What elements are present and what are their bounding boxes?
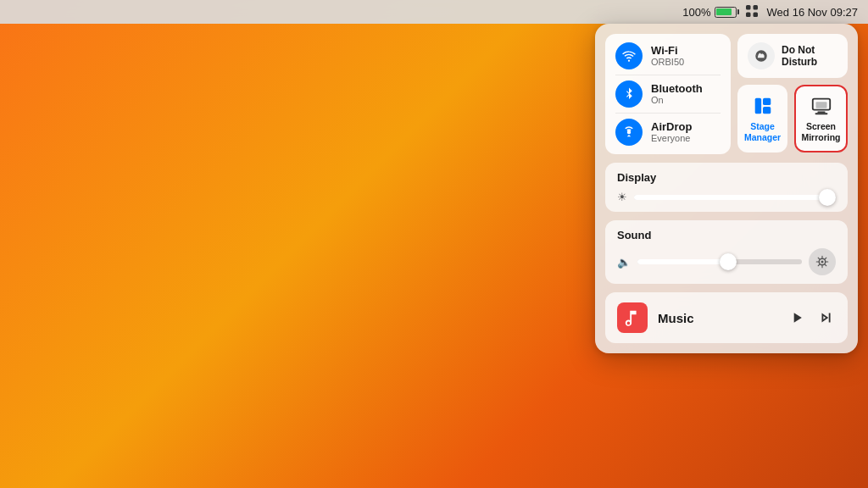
music-controls [788,308,836,327]
airdrop-text: AirDrop Everyone [651,120,692,145]
sound-panel: Sound 🔈 [605,220,848,284]
music-skip-button[interactable] [817,308,836,327]
brightness-low-icon: ☀ [617,191,627,203]
volume-slider[interactable] [637,259,802,264]
music-play-button[interactable] [788,309,805,326]
right-panels: Do Not Disturb Stage Manager [737,34,848,154]
display-panel: Display ☀ [605,163,848,212]
screen-mirroring-button[interactable]: Screen Mirroring [794,85,848,152]
display-slider-row: ☀ [617,191,836,203]
bottom-icon-row: Stage Manager Screen Mirroring [737,85,848,152]
dnd-label: Do Not Disturb [782,44,837,69]
control-center: Wi-Fi ORBI50 Bluetooth On [595,24,858,353]
screen-mirroring-label: Screen Mirroring [801,121,841,142]
svg-rect-7 [763,107,771,114]
sound-output-button[interactable] [809,248,836,275]
svg-rect-5 [754,98,760,114]
display-label: Display [617,171,836,184]
brightness-slider[interactable] [634,195,836,200]
battery-indicator: 100% [682,6,736,19]
bluetooth-title: Bluetooth [651,82,703,96]
bluetooth-item[interactable]: Bluetooth On [615,75,721,108]
bluetooth-text: Bluetooth On [651,82,703,107]
menubar: 100% Wed 16 Nov 09:27 [0,0,868,24]
svg-rect-11 [815,102,826,108]
sound-label: Sound [617,229,836,241]
dnd-icon [748,42,775,69]
svg-rect-10 [815,113,827,114]
battery-percent: 100% [682,6,710,19]
airdrop-item[interactable]: AirDrop Everyone [615,113,721,146]
stage-manager-button[interactable]: Stage Manager [737,85,787,152]
svg-rect-2 [746,12,751,17]
music-label: Music [658,311,778,325]
wifi-icon [615,42,643,69]
wifi-title: Wi-Fi [651,44,684,58]
stage-manager-label: Stage Manager [743,121,782,142]
datetime: Wed 16 Nov 09:27 [767,6,858,19]
airdrop-title: AirDrop [651,120,692,134]
control-center-icon[interactable] [745,4,759,20]
svg-rect-0 [746,5,751,10]
top-row: Wi-Fi ORBI50 Bluetooth On [605,34,848,154]
music-app-icon [617,302,648,333]
airdrop-subtitle: Everyone [651,133,692,144]
music-panel: Music [605,292,848,343]
svg-point-13 [821,261,824,263]
bluetooth-icon [615,80,643,108]
wifi-text: Wi-Fi ORBI50 [651,44,684,69]
svg-rect-9 [817,112,825,114]
battery-icon [715,7,737,18]
volume-low-icon: 🔈 [617,256,631,269]
svg-point-4 [627,130,632,135]
sound-row: 🔈 [617,248,836,275]
airdrop-icon [615,119,643,146]
connectivity-panel: Wi-Fi ORBI50 Bluetooth On [605,34,731,154]
svg-rect-3 [753,12,758,17]
bluetooth-subtitle: On [651,95,703,106]
svg-rect-6 [763,98,771,105]
wifi-subtitle: ORBI50 [651,57,684,68]
dnd-panel[interactable]: Do Not Disturb [737,34,848,78]
svg-rect-1 [753,5,758,10]
wifi-item[interactable]: Wi-Fi ORBI50 [615,42,721,69]
